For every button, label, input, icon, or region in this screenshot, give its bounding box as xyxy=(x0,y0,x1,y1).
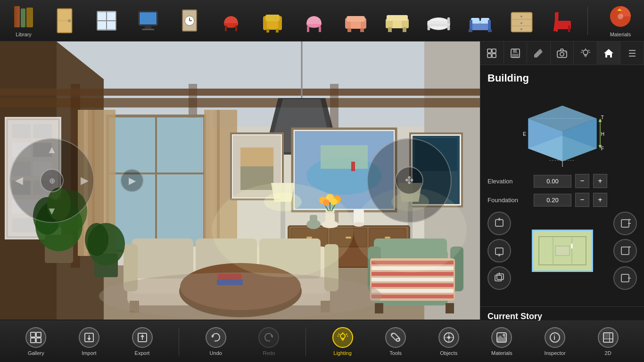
svg-point-287 xyxy=(503,334,505,337)
red-chair2-item[interactable] xyxy=(544,2,582,40)
svg-rect-188 xyxy=(372,289,454,293)
svg-rect-246 xyxy=(555,246,570,255)
materials-label: Materials xyxy=(610,32,631,37)
svg-rect-24 xyxy=(235,25,237,31)
clock-icon xyxy=(177,8,203,33)
delete-story-button[interactable] xyxy=(613,266,637,290)
nav-right-arrow: ▶ xyxy=(81,174,89,187)
library-button[interactable]: Library xyxy=(5,2,42,40)
materials-button[interactable]: Materials xyxy=(602,2,639,40)
redo-button[interactable]: Redo xyxy=(252,327,285,356)
svg-rect-127 xyxy=(351,162,355,171)
svg-rect-2 xyxy=(21,8,25,27)
bathtub-item[interactable] xyxy=(420,2,457,40)
2d-label: 2D xyxy=(605,350,611,356)
elevation-increase-button[interactable]: + xyxy=(593,174,607,188)
monitor-icon xyxy=(135,8,161,33)
nav-forward-button[interactable]: ▶ xyxy=(120,169,144,192)
panel-light-tool[interactable] xyxy=(574,41,597,65)
bench-item[interactable] xyxy=(378,2,416,40)
library-icon xyxy=(11,4,37,30)
svg-rect-197 xyxy=(492,49,496,53)
add-story-below-button[interactable] xyxy=(487,239,511,263)
svg-point-280 xyxy=(447,336,450,339)
foundation-input[interactable] xyxy=(534,194,571,206)
bed-item[interactable] xyxy=(461,2,499,40)
svg-rect-259 xyxy=(31,338,35,343)
svg-text:F: F xyxy=(601,146,603,151)
svg-rect-293 xyxy=(604,333,609,338)
dresser-item[interactable] xyxy=(503,2,540,40)
svg-point-208 xyxy=(583,50,588,55)
svg-rect-187 xyxy=(372,283,454,287)
bottom-sep2 xyxy=(305,328,306,356)
svg-point-65 xyxy=(520,22,522,24)
window-icon xyxy=(94,8,120,33)
clock-item[interactable] xyxy=(171,2,208,40)
svg-rect-257 xyxy=(31,332,35,337)
svg-rect-189 xyxy=(372,295,454,298)
svg-rect-185 xyxy=(372,272,454,276)
nav-right-control[interactable]: ✤ xyxy=(367,138,452,223)
gallery-button[interactable]: Gallery xyxy=(19,327,52,356)
add-story-above-button[interactable] xyxy=(487,212,511,235)
window-item[interactable] xyxy=(88,2,125,40)
svg-rect-1 xyxy=(14,6,20,27)
foundation-decrease-button[interactable]: − xyxy=(575,193,589,207)
svg-rect-164 xyxy=(132,239,193,279)
inspector-button[interactable]: i Inspector xyxy=(538,327,571,356)
pink-chair-item[interactable] xyxy=(295,2,333,40)
tools-button[interactable]: Tools xyxy=(379,327,412,356)
panel-save-tool[interactable] xyxy=(504,41,528,65)
svg-text:E: E xyxy=(523,132,526,137)
red-chair-icon xyxy=(218,8,244,33)
bench-icon xyxy=(384,8,410,33)
svg-marker-263 xyxy=(87,338,91,341)
panel-list-tool[interactable] xyxy=(620,41,644,65)
svg-rect-86 xyxy=(0,89,480,96)
red-chair-item[interactable] xyxy=(212,2,250,40)
door-icon xyxy=(52,8,78,33)
2d-button[interactable]: 2D xyxy=(592,327,625,356)
floor-plan-preview[interactable] xyxy=(511,230,613,272)
panel-select-tool[interactable] xyxy=(480,41,504,65)
svg-rect-23 xyxy=(225,25,227,31)
objects-icon xyxy=(438,327,459,348)
top-toolbar: Library xyxy=(0,0,644,41)
export-button[interactable]: Export xyxy=(126,327,159,356)
nav-left-control[interactable]: ▲ ▼ ◀ ▶ ⊕ xyxy=(9,138,94,223)
yellow-armchair-item[interactable] xyxy=(254,2,291,40)
svg-point-73 xyxy=(618,14,623,19)
svg-rect-260 xyxy=(36,338,41,343)
settings-story-button[interactable] xyxy=(613,212,637,235)
gallery-icon xyxy=(25,327,46,348)
sofa-item[interactable] xyxy=(337,2,374,40)
panel-camera-tool[interactable] xyxy=(551,41,574,65)
svg-rect-49 xyxy=(447,17,450,24)
svg-rect-59 xyxy=(488,29,492,32)
foundation-increase-button[interactable]: + xyxy=(593,193,607,207)
export-icon xyxy=(132,327,153,348)
lighting-button[interactable]: Lighting xyxy=(326,327,359,356)
panel-home-tool[interactable] xyxy=(597,41,621,65)
svg-rect-237 xyxy=(495,248,503,255)
import-button[interactable]: Import xyxy=(73,327,106,356)
door-item[interactable] xyxy=(46,2,84,40)
svg-rect-39 xyxy=(360,28,364,32)
arrow-story-button[interactable] xyxy=(613,239,637,263)
undo-button[interactable]: Undo xyxy=(199,327,232,356)
svg-line-274 xyxy=(346,334,347,335)
panel-paint-tool[interactable] xyxy=(527,41,551,65)
nav-center-button[interactable]: ⊕ xyxy=(40,169,64,192)
materials-bottom-button[interactable]: Materials xyxy=(485,327,518,356)
objects-button[interactable]: Objects xyxy=(432,327,465,356)
elevation-decrease-button[interactable]: − xyxy=(575,174,589,188)
svg-rect-199 xyxy=(492,54,496,58)
nav-rotate-button[interactable]: ✤ xyxy=(395,166,423,195)
duplicate-story-button[interactable] xyxy=(487,266,511,290)
3d-viewport[interactable]: ▲ ▼ ◀ ▶ ⊕ ▶ ✤ xyxy=(0,41,480,320)
elevation-input[interactable] xyxy=(534,175,571,188)
svg-rect-186 xyxy=(372,278,454,281)
building-3d-preview: T H E F xyxy=(515,91,610,167)
monitor-item[interactable] xyxy=(129,2,167,40)
